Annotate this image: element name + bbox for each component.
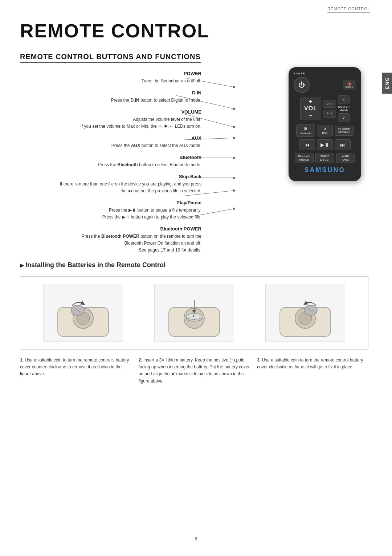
remote-row-3: ✱ bluetooth ↺ USB TV SOUNDCONNECT xyxy=(294,124,356,137)
power-button[interactable]: ⏻ xyxy=(294,77,310,93)
btn-desc-btpower: Press the Bluetooth POWER button on the … xyxy=(82,234,201,253)
step-text-2: Insert a 3V lithium battery. Keep the po… xyxy=(139,357,250,384)
page-number: 9 xyxy=(195,536,197,541)
bluetooth-source-label: bluetooth xyxy=(299,132,313,135)
battery-step-3: 3. Use a suitable coin to turn the remot… xyxy=(257,357,368,385)
samsung-logo: SAMSUNG xyxy=(294,166,356,174)
btn-desc-bluetooth: Press the Bluetooth button to select Blu… xyxy=(98,162,201,167)
svg-point-3 xyxy=(233,108,235,110)
btn-name-playpause: Play/Pause xyxy=(20,200,201,205)
step-number-3: 3. xyxy=(257,357,261,363)
svg-point-1 xyxy=(233,86,235,88)
btn-desc-din: Press the D.IN button to select Digital … xyxy=(111,98,201,103)
svg-point-5 xyxy=(233,126,235,128)
tv-sound-connect-button[interactable]: TV SOUNDCONNECT xyxy=(335,126,354,136)
play-pause-button[interactable]: ▶⏸ xyxy=(317,139,333,150)
svg-point-13 xyxy=(233,189,235,192)
step-text-3: Use a suitable coin to turn the remote c… xyxy=(257,357,363,369)
battery-image-3 xyxy=(265,284,345,342)
step-number-1: 1. xyxy=(20,357,24,363)
btn-desc-power: Turns the Soundbar on and off. xyxy=(142,78,201,83)
button-entry-aux: AUX Press the AUX button to select the A… xyxy=(20,135,209,149)
button-entry-bluetooth: Bluetooth Press the Bluetooth button to … xyxy=(20,155,209,168)
page-title: REMOTE CONTROL xyxy=(20,20,209,42)
btn-name-din: D.IN xyxy=(20,90,201,95)
woofer-block: ∧ WOOFERLEVEL ∨ xyxy=(338,95,350,122)
remote-control-illustration: POWER ⏻ 🔇 MUTE + VOL − D.IN AUX ∧ WOOF xyxy=(283,67,367,181)
language-tab: ENG xyxy=(382,73,392,94)
battery-images-box: + xyxy=(20,276,368,349)
vol-block: + VOL − xyxy=(300,97,321,120)
btn-name-volume: VOLUME xyxy=(20,109,201,115)
btn-desc-playpause: Press the ▶⏸ button to pause a file temp… xyxy=(102,208,201,220)
remote-row-1: ⏻ 🔇 MUTE xyxy=(294,77,356,93)
remote-power-label: POWER xyxy=(294,72,356,75)
step-text-1: Use a suitable coin to turn the remote c… xyxy=(20,357,129,376)
remote-body: POWER ⏻ 🔇 MUTE + VOL − D.IN AUX ∧ WOOF xyxy=(289,67,361,181)
battery-section: Installing the Batteries in the Remote C… xyxy=(20,261,368,385)
button-descriptions: POWER Turns the Soundbar on and off. D.I… xyxy=(20,71,209,259)
battery-section-title: Installing the Batteries in the Remote C… xyxy=(20,261,368,269)
svg-text:+: + xyxy=(192,314,195,319)
battery-image-1 xyxy=(43,284,123,342)
woofer-down[interactable]: ∨ xyxy=(338,113,350,122)
skip-forward-button[interactable]: ⏭ xyxy=(335,139,351,150)
btn-name-bluetooth: Bluetooth xyxy=(20,155,201,160)
button-entry-volume: VOLUME Adjusts the volume level of the u… xyxy=(20,109,209,130)
step-number-2: 2. xyxy=(139,357,142,363)
woofer-label: WOOFERLEVEL xyxy=(338,106,350,112)
btn-desc-skipback: If there is more than one file on the de… xyxy=(60,181,201,193)
remote-row-5: BluetoothPOWER SOUNDEFFECT AUTOPOWER xyxy=(294,153,356,163)
skip-back-button[interactable]: ⏮ xyxy=(299,139,315,150)
svg-point-15 xyxy=(233,208,235,210)
sound-effect-button[interactable]: SOUNDEFFECT xyxy=(315,153,334,163)
btn-name-btpower: Bluetooth POWER xyxy=(20,226,201,232)
vol-minus[interactable]: − xyxy=(309,113,312,118)
battery-image-2: + xyxy=(154,284,234,342)
auto-power-button[interactable]: AUTOPOWER xyxy=(336,153,355,163)
btn-desc-volume: Adjusts the volume level of the unit.If … xyxy=(81,117,201,129)
button-entry-din: D.IN Press the D.IN button to select Dig… xyxy=(20,90,209,103)
battery-step-2: 2. Insert a 3V lithium battery. Keep the… xyxy=(139,357,250,385)
mute-button[interactable]: 🔇 MUTE xyxy=(343,80,356,90)
section-title: REMOTE CONTROL BUTTONS AND FUNCTIONS xyxy=(20,53,201,63)
battery-instructions: 1. Use a suitable coin to turn the remot… xyxy=(20,357,368,385)
btn-desc-aux: Press the AUX button to select the AUX m… xyxy=(111,143,201,148)
remote-row-4: ⏮ ▶⏸ ⏭ xyxy=(294,139,356,150)
svg-point-7 xyxy=(233,137,235,139)
woofer-up[interactable]: ∧ xyxy=(338,95,350,104)
battery-step-1: 1. Use a suitable coin to turn the remot… xyxy=(20,357,131,385)
breadcrumb: REMOTE CONTROL xyxy=(327,7,370,13)
button-entry-skipback: Skip Back If there is more than one file… xyxy=(20,174,209,194)
din-button[interactable]: D.IN xyxy=(323,100,336,108)
btn-name-skipback: Skip Back xyxy=(20,174,201,179)
aux-button[interactable]: AUX xyxy=(323,110,336,118)
vol-label: VOL xyxy=(304,105,317,112)
mute-label: MUTE xyxy=(346,86,354,88)
button-entry-btpower: Bluetooth POWER Press the Bluetooth POWE… xyxy=(20,226,209,253)
button-entry-power: POWER Turns the Soundbar on and off. xyxy=(20,71,209,84)
btn-name-aux: AUX xyxy=(20,135,201,141)
button-entry-playpause: Play/Pause Press the ▶⏸ button to pause … xyxy=(20,200,209,220)
remote-row-2: + VOL − D.IN AUX ∧ WOOFERLEVEL ∨ xyxy=(294,95,356,122)
svg-point-11 xyxy=(233,177,235,179)
bt-power-button[interactable]: BluetoothPOWER xyxy=(295,153,314,163)
svg-point-9 xyxy=(233,157,235,159)
bluetooth-source-button[interactable]: ✱ bluetooth xyxy=(296,124,315,137)
din-aux-block: D.IN AUX xyxy=(323,100,336,118)
usb-button[interactable]: ↺ USB xyxy=(317,125,333,136)
vol-plus[interactable]: + xyxy=(309,99,312,105)
usb-label: USB xyxy=(319,131,330,135)
btn-name-power: POWER xyxy=(20,71,201,76)
